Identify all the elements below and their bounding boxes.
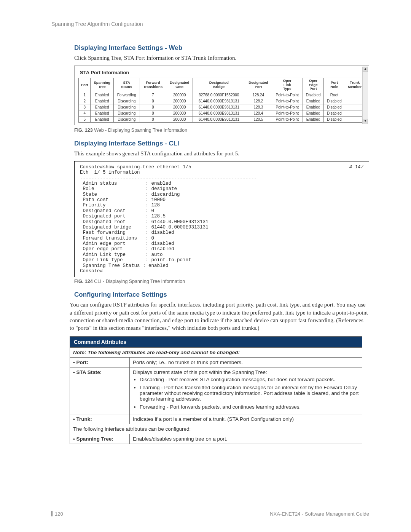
cmd-attr-header: Command Attributes — [70, 337, 362, 348]
sta-col-header: OperEdgePort — [303, 78, 323, 92]
table-cell: 5 — [79, 116, 91, 122]
table-cell: Disabled — [324, 104, 345, 110]
cli-page-ref: 4-147 — [349, 165, 363, 170]
table-cell: 128.4 — [245, 110, 272, 116]
table-cell: Enabled — [91, 116, 114, 122]
table-cell — [345, 98, 365, 104]
row-trunk-label: • Trunk: — [70, 414, 130, 424]
table-cell: 32768.0.0030F1552000 — [193, 92, 245, 98]
table-cell: 61440.0.0000E9313131 — [193, 110, 245, 116]
table-cell: 1 — [79, 92, 91, 98]
sta-col-header: ForwardTransitions — [140, 78, 166, 92]
table-cell: 61440.0.0000E9313131 — [193, 104, 245, 110]
table-cell: Point-to-Point — [272, 110, 303, 116]
table-cell: Point-to-Point — [272, 104, 303, 110]
section-cli-title: Displaying Interface Settings - CLI — [74, 140, 369, 147]
table-cell: Disabled — [303, 92, 323, 98]
table-cell: Enabled — [303, 116, 323, 122]
table-cell: Enabled — [91, 92, 114, 98]
table-cell: Disabled — [324, 116, 345, 122]
table-cell: 0 — [140, 110, 166, 116]
table-cell: Point-to-Point — [272, 116, 303, 122]
table-cell: Root — [324, 92, 345, 98]
row-st-desc: Enables/disables spanning tree on a port… — [130, 434, 362, 444]
table-cell: 0 — [140, 104, 166, 110]
table-cell: Disabled — [324, 98, 345, 104]
page-header: Spanning Tree Algorithm Configuration — [51, 21, 369, 27]
list-item: Discarding - Port receives STA configura… — [140, 377, 359, 382]
scroll-down-icon[interactable]: ▼ — [363, 119, 368, 124]
section-web-title: Displaying Interface Settings - Web — [74, 44, 369, 52]
section-config-body: You can configure RSTP attributes for sp… — [70, 301, 369, 332]
table-row: 4EnabledDiscarding020000061440.0.0000E93… — [79, 110, 365, 116]
table-cell: 0 — [140, 98, 166, 104]
sta-port-table: PortSpanningTreeSTAStatusForwardTransiti… — [78, 78, 365, 122]
table-cell: 0 — [140, 116, 166, 122]
sta-col-header: OperLinkType — [272, 78, 303, 92]
table-cell: Discarding — [113, 98, 140, 104]
table-cell: 200000 — [166, 116, 193, 122]
table-cell: 7 — [140, 92, 166, 98]
table-cell: Enabled — [303, 98, 323, 104]
page-footer: 120 NXA-ENET24 - Software Management Gui… — [51, 511, 369, 517]
row-st-label: • Spanning Tree: — [70, 434, 130, 444]
sta-col-header: TrunkMember — [345, 78, 365, 92]
section-cli-body: This example shows general STA configura… — [74, 150, 369, 157]
table-cell: Enabled — [91, 110, 114, 116]
sta-col-header: Port — [79, 78, 91, 92]
table-cell: 4 — [79, 110, 91, 116]
scroll-up-icon[interactable]: ▲ — [363, 67, 368, 72]
cli-output-box: 4-147Console#show spanning-tree ethernet… — [74, 161, 369, 278]
row-sta-label: • STA State: — [70, 367, 130, 414]
sta-port-info-figure: ▲ ▼ STA Port Information PortSpanningTre… — [74, 66, 369, 125]
sta-table-title: STA Port Information — [80, 70, 365, 75]
row-sta-desc: Displays current state of this port with… — [130, 367, 362, 414]
table-cell: 200000 — [166, 92, 193, 98]
table-cell: Enabled — [303, 104, 323, 110]
sta-col-header: STAStatus — [113, 78, 140, 92]
table-cell: 128.24 — [245, 92, 272, 98]
table-cell: 128.2 — [245, 98, 272, 104]
command-attributes-table: Command Attributes Note: The following a… — [70, 336, 362, 444]
table-cell: 3 — [79, 104, 91, 110]
table-cell: Discarding — [113, 104, 140, 110]
sta-col-header: DesignatedCost — [166, 78, 193, 92]
table-cell — [345, 116, 365, 122]
table-cell: Disabled — [324, 110, 345, 116]
table-cell: Enabled — [303, 110, 323, 116]
row-configurable-note: The following interface attributes can b… — [70, 424, 362, 434]
fig123-caption: FIG. 123 Web - Displaying Spanning Tree … — [74, 128, 369, 133]
table-cell: Forwarding — [113, 92, 140, 98]
table-cell: Discarding — [113, 116, 140, 122]
table-cell: Discarding — [113, 110, 140, 116]
table-cell: Enabled — [91, 104, 114, 110]
scrollbar[interactable]: ▲ ▼ — [362, 67, 368, 124]
table-cell: 200000 — [166, 104, 193, 110]
table-row: 3EnabledDiscarding020000061440.0.0000E93… — [79, 104, 365, 110]
table-cell: Point-to-Point — [272, 92, 303, 98]
table-row: 1EnabledForwarding720000032768.0.0030F15… — [79, 92, 365, 98]
row-port-desc: Ports only; i.e., no trunks or trunk por… — [130, 358, 362, 367]
sta-col-header: DesignatedPort — [245, 78, 272, 92]
fig124-caption: FIG. 124 CLI - Displaying Spanning Tree … — [74, 279, 369, 284]
table-cell: 128.3 — [245, 104, 272, 110]
table-cell — [345, 92, 365, 98]
section-config-title: Configuring Interface Settings — [74, 291, 369, 299]
table-cell: 200000 — [166, 98, 193, 104]
sta-col-header: SpanningTree — [91, 78, 114, 92]
table-cell: 128.5 — [245, 116, 272, 122]
row-trunk-desc: Indicates if a port is a member of a tru… — [130, 414, 362, 424]
table-cell — [345, 110, 365, 116]
table-cell: 61440.0.0000E9313131 — [193, 98, 245, 104]
table-cell — [345, 104, 365, 110]
row-port-label: • Port: — [70, 358, 130, 367]
cmd-attr-note: Note: The following attributes are read-… — [70, 348, 362, 358]
table-cell: Point-to-Point — [272, 98, 303, 104]
sta-col-header: PortRole — [324, 78, 345, 92]
table-cell: 61440.0.0000E9313131 — [193, 116, 245, 122]
section-web-body: Click Spanning Tree, STA Port Informatio… — [74, 54, 369, 62]
table-cell: Enabled — [91, 98, 114, 104]
table-row: 5EnabledDiscarding020000061440.0.0000E93… — [79, 116, 365, 122]
table-row: 2EnabledDiscarding020000061440.0.0000E93… — [79, 98, 365, 104]
doc-title: NXA-ENET24 - Software Management Guide — [270, 511, 369, 517]
